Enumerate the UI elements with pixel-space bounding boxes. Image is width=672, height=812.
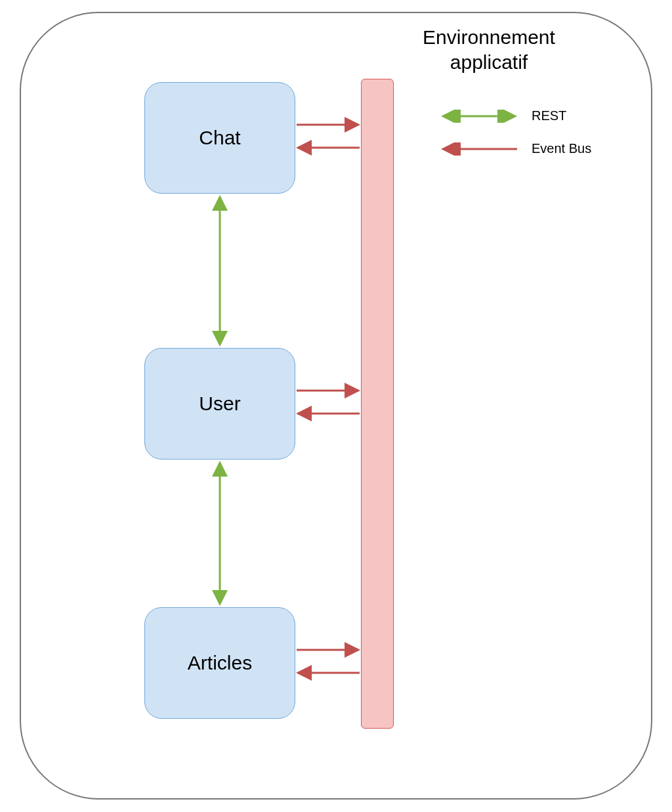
title-line-1: Environnement — [423, 26, 555, 48]
legend-rest-label: REST — [532, 108, 566, 123]
diagram-container — [20, 12, 652, 800]
legend-eventbus: Event Bus — [440, 141, 591, 156]
service-chat-label: Chat — [199, 127, 240, 149]
service-user-label: User — [199, 393, 240, 415]
legend-eventbus-arrow-icon — [440, 142, 518, 156]
legend-eventbus-label: Event Bus — [532, 141, 591, 156]
service-user-box: User — [144, 348, 295, 459]
service-articles-box: Articles — [144, 607, 295, 719]
legend-rest-arrow-icon — [440, 110, 518, 123]
legend-rest: REST — [440, 108, 566, 123]
title-line-2: applicatif — [450, 51, 528, 73]
event-bus-bar — [361, 79, 394, 729]
service-chat-box: Chat — [144, 82, 295, 194]
service-articles-label: Articles — [188, 652, 252, 674]
diagram-title: Environnement applicatif — [397, 25, 581, 74]
